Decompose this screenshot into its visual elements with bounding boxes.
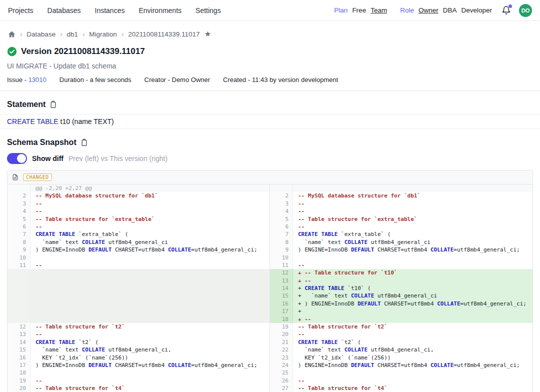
- line-number: 10: [8, 254, 30, 262]
- nav-instances[interactable]: Instances: [95, 6, 125, 14]
- line-number: 17: [270, 308, 293, 315]
- code-text: --: [30, 330, 270, 338]
- diff-line: 5-- Table structure for `extra_table`: [270, 216, 532, 223]
- clipboard-icon: [50, 100, 57, 108]
- account-area: Plan Free Team Role Owner DBA Developer …: [334, 4, 532, 17]
- code-text: +: [293, 308, 532, 315]
- code-text: -- Table structure for `t2`: [30, 323, 270, 330]
- avatar[interactable]: DO: [519, 4, 532, 17]
- line-number: 7: [8, 230, 30, 238]
- code-text: [30, 277, 270, 284]
- line-number: 25: [270, 369, 293, 376]
- copy-snapshot-button[interactable]: [80, 138, 88, 146]
- line-number: 27: [270, 384, 293, 392]
- file-icon: [12, 174, 18, 181]
- code-text: -- Table structure for `t4`: [293, 384, 532, 392]
- diff-line: 12+ -- Table structure for `t10`: [270, 269, 532, 276]
- code-text: + --: [293, 277, 532, 284]
- nav-projects[interactable]: Projects: [8, 6, 34, 14]
- home-icon[interactable]: [8, 30, 16, 38]
- line-number: [8, 292, 30, 300]
- code-text: --: [293, 377, 532, 384]
- diff-line: [8, 277, 270, 284]
- breadcrumb-version[interactable]: 20211008114339.11017: [128, 30, 200, 38]
- code-text: --: [293, 200, 532, 208]
- diff-line: 6--: [270, 223, 532, 230]
- version-subtitle: UI MIGRATE - Update db1 schema: [7, 62, 532, 70]
- statement-heading: Statement: [7, 100, 46, 109]
- breadcrumb-migration[interactable]: Migration: [89, 30, 117, 38]
- code-text: + CREATE TABLE `t10` (: [293, 284, 532, 292]
- show-diff-toggle[interactable]: [7, 153, 27, 164]
- code-text: CREATE TABLE `t2` (: [30, 338, 270, 346]
- nav-settings[interactable]: Settings: [196, 6, 221, 14]
- line-number: 16: [270, 300, 293, 308]
- line-number: 14: [270, 284, 293, 292]
- diff-line: 8 `name` text COLLATE utf8mb4_general_ci: [8, 238, 270, 246]
- diff-header: CHANGED: [8, 170, 532, 184]
- star-icon[interactable]: ★: [204, 30, 211, 38]
- diff-line: 16 KEY `t2_idx` (`name`(256)): [8, 354, 270, 362]
- diff-line: 21CREATE TABLE `t2` (: [270, 338, 532, 346]
- code-text: [30, 284, 270, 292]
- breadcrumb-database[interactable]: Database: [26, 30, 56, 38]
- main-menu: Projects Databases Instances Environment…: [8, 6, 221, 14]
- code-text: ) ENGINE=InnoDB DEFAULT CHARSET=utf8mb4 …: [293, 362, 532, 369]
- diff-line: 19-- Table structure for `t2`: [270, 323, 532, 330]
- line-number: 18: [8, 369, 30, 376]
- line-number: 13: [270, 277, 293, 284]
- copy-statement-button[interactable]: [50, 100, 57, 108]
- line-number: 20: [270, 330, 293, 338]
- statement-sql: CREATE TABLE t10 (name TEXT): [0, 114, 540, 129]
- diff-line: 26--: [270, 377, 532, 384]
- code-text: ) ENGINE=InnoDB DEFAULT CHARSET=utf8mb4 …: [30, 362, 270, 369]
- line-number: 15: [8, 346, 30, 354]
- line-number: 24: [270, 362, 293, 369]
- diff-line: 5-- Table structure for `extra_table`: [8, 216, 270, 223]
- code-text: KEY `t2_idx` (`name`(256)): [30, 354, 270, 362]
- code-text: -- Table structure for `t4`: [30, 384, 270, 392]
- diff-line: 7CREATE TABLE `extra_table` (: [270, 230, 532, 238]
- code-text: CREATE TABLE `t2` (: [293, 338, 532, 346]
- role-owner-link[interactable]: Owner: [418, 6, 438, 14]
- nav-databases[interactable]: Databases: [48, 6, 81, 14]
- issue-link[interactable]: 13010: [28, 76, 46, 84]
- breadcrumb-db1[interactable]: db1: [66, 30, 78, 38]
- diff-line: 24) ENGINE=InnoDB DEFAULT CHARSET=utf8mb…: [270, 362, 532, 369]
- diff-line: 10: [270, 254, 532, 262]
- diff-line: [8, 308, 270, 315]
- code-text: --: [293, 223, 532, 230]
- code-text: -- Table structure for `t2`: [293, 323, 532, 330]
- code-text: + `name` text COLLATE utf8mb4_general_ci: [293, 292, 532, 300]
- notification-bell-button[interactable]: [502, 6, 512, 16]
- diff-line: 3--: [270, 200, 532, 208]
- plan-label: Plan: [334, 6, 348, 14]
- code-text: [30, 254, 270, 262]
- diff-line: 20-- Table structure for `t4`: [8, 384, 270, 392]
- nav-environments[interactable]: Environments: [138, 6, 182, 14]
- role-label: Role: [400, 6, 414, 14]
- code-text: ) ENGINE=InnoDB DEFAULT CHARSET=utf8mb4 …: [30, 246, 270, 254]
- diff-line: 19--: [8, 377, 270, 384]
- line-number: 4: [8, 208, 30, 215]
- diff-line: 17+: [270, 308, 532, 315]
- line-number: 9: [8, 246, 30, 254]
- line-number: 12: [270, 269, 293, 276]
- line-number: 26: [270, 377, 293, 384]
- code-text: --: [30, 208, 270, 215]
- chevron-right-icon: ›: [122, 30, 124, 38]
- toggle-knob: [17, 154, 26, 163]
- code-text: CREATE TABLE `extra_table` (: [30, 230, 270, 238]
- code-text: --: [30, 262, 270, 269]
- line-number: 22: [270, 346, 293, 354]
- meta-created: Created - 11:43 by version development: [223, 76, 338, 84]
- code-text: + ) ENGINE=InnoDB DEFAULT CHARSET=utf8mb…: [293, 300, 532, 308]
- diff-line: 3--: [8, 200, 270, 208]
- code-text: [293, 369, 532, 376]
- line-number: [8, 184, 30, 192]
- code-text: @@ -2,20 +2,27 @@: [30, 184, 270, 192]
- plan-team-link[interactable]: Team: [370, 6, 387, 14]
- line-number: 13: [8, 330, 30, 338]
- success-check-icon: [7, 46, 17, 56]
- diff-line: 15 `name` text COLLATE utf8mb4_general_c…: [8, 346, 270, 354]
